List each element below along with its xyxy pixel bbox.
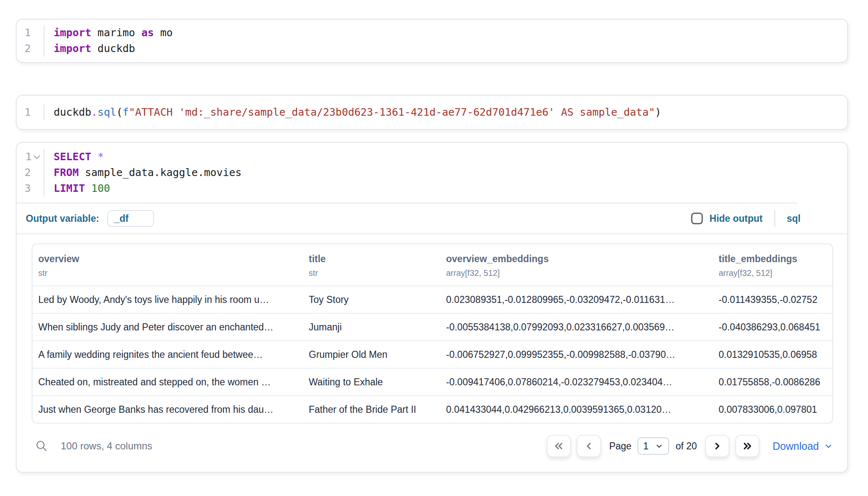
code-editor-sql[interactable]: 1SELECT *2FROM sample_data.kaggle.movies… [17,143,847,203]
code-token-pl: mo [154,27,173,39]
table-cell: 0.007833006,0.097801 [713,404,832,415]
code-text: SELECT * [45,149,104,165]
line-number: 3 [25,181,31,196]
column-header-overview[interactable]: overviewstr [32,253,303,278]
chevron-left-icon [583,440,595,452]
first-page-button[interactable] [547,435,571,457]
chevron-down-icon [655,442,663,450]
table-cell: 0.01755858,-0.0086286 [713,377,832,388]
table-row[interactable]: A family wedding reignites the ancient f… [32,340,832,368]
code-line[interactable]: 3LIMIT 100 [17,181,847,196]
table-cell: -0.011439355,-0.02752 [713,294,832,305]
column-header-title[interactable]: titlestr [303,253,440,278]
code-text: import marimo as mo [45,25,173,41]
table-cell: -0.0055384138,0.07992093,0.023316627,0.0… [440,322,713,333]
column-header-overview_embeddings[interactable]: overview_embeddingsarray[f32, 512] [440,253,713,278]
chevron-down-icon [824,441,833,451]
table-cell: Waiting to Exhale [303,377,440,388]
table-cell: 0.023089351,-0.012809965,-0.03209472,-0.… [440,294,713,305]
line-number: 2 [25,41,31,57]
line-number: 1 [25,149,32,165]
line-number: 2 [25,165,31,181]
line-number: 1 [25,25,31,41]
page-number-select[interactable]: 1 [637,437,669,455]
table-cell: Toy Story [303,294,440,305]
table-row[interactable]: Cheated on, mistreated and stepped on, t… [32,368,832,395]
table-cell: -0.006752927,0.099952355,-0.009982588,-0… [440,349,713,360]
column-name: overview [38,253,297,265]
download-label: Download [773,440,819,452]
sql-query-cell[interactable]: 1SELECT *2FROM sample_data.kaggle.movies… [16,142,848,473]
table-header-row: overviewstrtitlestroverview_embeddingsar… [32,244,832,285]
hide-output-checkbox[interactable] [691,213,703,224]
table-footer: 100 rows, 4 columns Page 1 of 20 [32,434,833,459]
table-cell: -0.009417406,0.07860214,-0.023279453,0.0… [440,377,713,388]
line-number-gutter: 1 [17,25,45,41]
table-cell: Just when George Banks has recovered fro… [32,404,303,415]
last-page-button[interactable] [735,435,759,457]
code-token-kw: import [54,27,91,39]
code-token-pl [91,151,97,163]
code-token-kw: as [141,27,154,39]
row-count-summary: 100 rows, 4 columns [61,440,152,452]
output-variable-input[interactable]: _df [107,210,154,227]
language-badge[interactable]: sql [787,213,801,224]
code-token-pl [85,182,91,194]
code-token-pl: sample_data.kaggle.movies [79,166,241,179]
table-cell: When siblings Judy and Peter discover an… [32,322,303,333]
code-line[interactable]: 2FROM sample_data.kaggle.movies [17,165,847,181]
column-name: title [309,253,434,265]
code-text: LIMIT 100 [45,181,110,196]
code-token-pl: duckdb [54,106,91,118]
line-number: 1 [25,104,31,120]
table-cell: Father of the Bride Part II [303,404,440,415]
next-page-button[interactable] [705,435,729,457]
line-number-gutter: 3 [17,181,45,196]
table-cell: Cheated on, mistreated and stepped on, t… [32,377,303,388]
previous-page-button[interactable] [577,435,601,457]
toolbar-output-divider [17,233,847,234]
code-line[interactable]: 2import duckdb [17,41,847,57]
code-token-kw: LIMIT [54,182,85,194]
code-token-kw: FROM [54,166,79,179]
python-attach-cell[interactable]: 1duckdb.sql(f"ATTACH 'md:_share/sample_d… [16,95,848,130]
download-button[interactable]: Download [773,440,833,452]
code-token-fn: sql [97,106,116,118]
code-text: FROM sample_data.kaggle.movies [45,165,242,181]
code-editor-imports[interactable]: 1import marimo as mo2import duckdb [17,25,847,57]
result-table: overviewstrtitlestroverview_embeddingsar… [32,243,833,424]
table-row[interactable]: When siblings Judy and Peter discover an… [32,313,832,340]
code-line[interactable]: 1import marimo as mo [17,25,847,41]
chevron-right-icon [711,440,724,452]
table-row[interactable]: Just when George Banks has recovered fro… [32,395,832,423]
code-token-pl: ( [117,106,123,118]
line-number-gutter: 1 [17,104,45,120]
column-header-title_embeddings[interactable]: title_embeddingsarray[f32, 512] [713,253,832,278]
code-line[interactable]: 1SELECT * [17,149,847,165]
line-number-gutter: 2 [17,41,45,57]
code-token-dot: . [91,106,97,118]
hide-output-label[interactable]: Hide output [709,213,763,224]
table-cell: 0.0132910535,0.06958 [713,349,832,360]
table-cell: -0.040386293,0.068451 [713,322,832,333]
code-token-pl: ) [655,106,661,118]
table-cell: 0.041433044,0.042966213,0.0039591365,0.0… [440,404,713,415]
column-type: str [309,268,434,278]
code-token-str: "ATTACH 'md:_share/sample_data/23b0d623-… [129,106,655,118]
line-number-gutter: 2 [17,165,45,181]
code-editor-attach[interactable]: 1duckdb.sql(f"ATTACH 'md:_share/sample_d… [17,104,847,120]
search-icon[interactable] [35,439,48,453]
code-line[interactable]: 1duckdb.sql(f"ATTACH 'md:_share/sample_d… [17,104,847,120]
code-token-kw: import [54,42,91,55]
column-name: overview_embeddings [446,253,707,265]
output-variable-value: _df [114,213,129,224]
code-token-kw: SELECT [54,151,91,163]
python-import-cell[interactable]: 1import marimo as mo2import duckdb [16,19,848,63]
table-row[interactable]: Led by Woody, Andy's toys live happily i… [32,285,832,313]
chevrons-right-icon [741,440,754,452]
code-token-pl: marimo [91,27,141,39]
code-token-fn: f [123,106,129,118]
column-type: array[f32, 512] [446,268,707,278]
fold-chevron-down-icon[interactable] [34,153,40,159]
line-number-gutter: 1 [17,149,45,165]
